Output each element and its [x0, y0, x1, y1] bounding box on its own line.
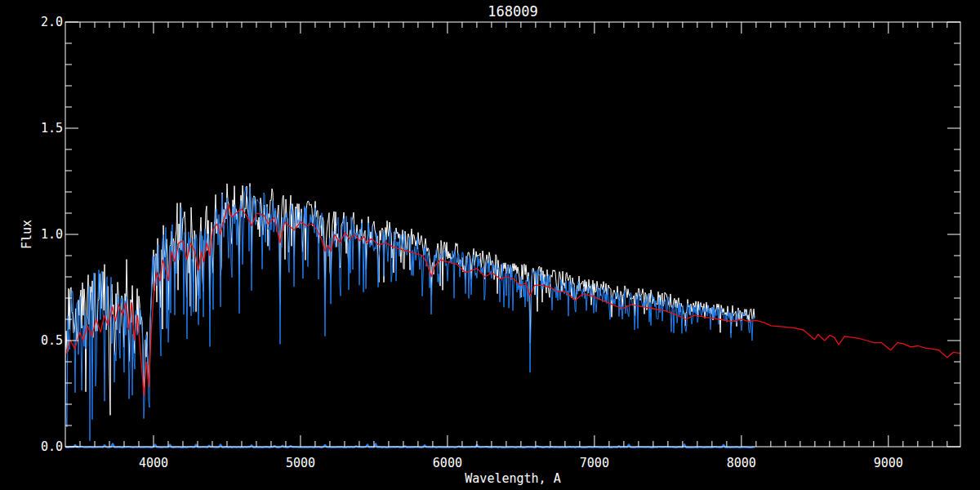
chart-canvas: 4000500060007000800090000.00.51.01.52.0 … [0, 0, 980, 490]
x-tick-label: 9000 [874, 456, 903, 470]
series-layer [65, 184, 960, 448]
fitted-spectrum-line [65, 186, 755, 440]
spectrum-figure: 4000500060007000800090000.00.51.01.52.0 … [0, 0, 980, 490]
y-tick-label: 1.5 [41, 121, 63, 136]
plot-frame [65, 22, 960, 447]
y-tick-label: 0.0 [41, 439, 63, 454]
tick-labels: 4000500060007000800090000.00.51.01.52.0 [41, 15, 903, 470]
x-tick-label: 6000 [433, 456, 462, 470]
chart-title: 168009 [488, 3, 537, 20]
x-tick-label: 8000 [727, 456, 756, 470]
x-tick-label: 4000 [139, 456, 168, 470]
x-axis-label: Wavelength, A [465, 471, 560, 486]
observed-spectrum-line [65, 184, 755, 416]
y-tick-label: 2.0 [41, 15, 63, 29]
y-tick-label: 1.0 [41, 227, 63, 242]
y-axis-label: Flux [20, 220, 34, 249]
axis-frame [65, 22, 960, 447]
x-tick-label: 5000 [286, 456, 315, 470]
x-tick-label: 7000 [580, 456, 609, 470]
y-tick-label: 0.5 [41, 333, 63, 348]
